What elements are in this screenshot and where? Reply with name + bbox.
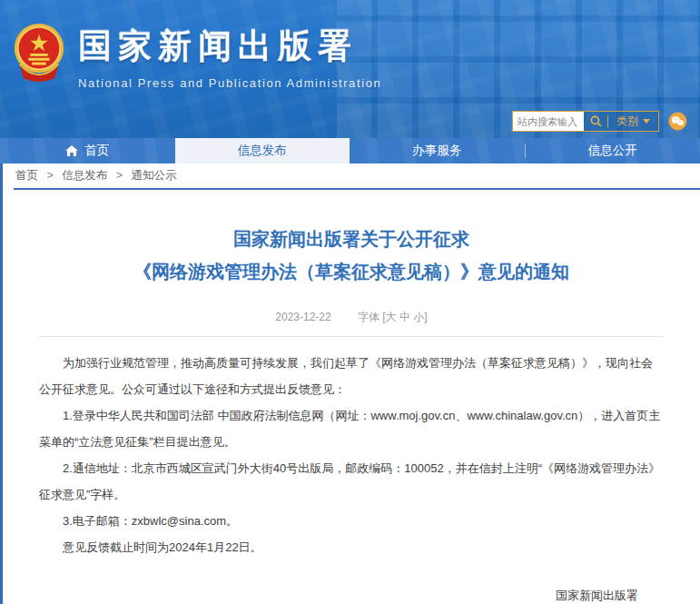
nav-item-label: 办事服务 xyxy=(412,143,461,159)
publish-date: 2023-12-22 xyxy=(275,311,330,323)
nav-item-label: 信息发布 xyxy=(238,143,287,159)
chevron-down-icon xyxy=(643,119,650,124)
search-widget: 类别 xyxy=(512,111,659,132)
breadcrumb-home[interactable]: 首页 xyxy=(15,169,38,182)
signature-block: 国家新闻出版署 2023年12月22日 xyxy=(39,582,664,604)
search-input[interactable] xyxy=(513,112,584,131)
paragraph: 3.电子邮箱：zxbwlc@sina.com。 xyxy=(39,508,664,534)
content-area: 首页 > 信息发布 > 通知公示 国家新闻出版署关于公开征求 《网络游戏管理办法… xyxy=(0,163,700,604)
site-header: 国家新闻出版署 National Press and Publication A… xyxy=(0,0,700,138)
nav-item-services[interactable]: 办事服务 xyxy=(350,138,525,163)
site-subtitle: National Press and Publication Administr… xyxy=(78,76,381,90)
paragraph: 1.登录中华人民共和国司法部 中国政府法制信息网（网址：www.moj.gov.… xyxy=(39,402,664,455)
wechat-icon[interactable] xyxy=(668,112,687,131)
breadcrumb-rule xyxy=(14,188,700,190)
search-button[interactable] xyxy=(584,112,607,131)
breadcrumb-separator: > xyxy=(46,169,53,182)
site-title: 国家新闻出版署 xyxy=(78,24,381,69)
breadcrumb-news[interactable]: 信息发布 xyxy=(62,169,107,182)
home-icon xyxy=(65,145,78,156)
article-title-line1: 国家新闻出版署关于公开征求 xyxy=(39,223,664,255)
article-body: 为加强行业规范管理，推动高质量可持续发展，我们起草了《网络游戏管理办法（草案征求… xyxy=(39,350,664,560)
paragraph: 意见反馈截止时间为2024年1月22日。 xyxy=(39,534,664,560)
nav-item-news[interactable]: 信息发布 xyxy=(175,138,350,163)
breadcrumb: 首页 > 信息发布 > 通知公示 xyxy=(3,163,700,188)
nav-item-label: 首页 xyxy=(84,143,109,159)
article-title-line2: 《网络游戏管理办法（草案征求意见稿）》意见的通知 xyxy=(39,255,664,288)
main-nav: 首页 信息发布 办事服务 信息公开 xyxy=(0,138,700,163)
signature-org: 国家新闻出版署 xyxy=(39,582,638,604)
paragraph: 2.通信地址：北京市西城区宣武门外大街40号出版局，邮政编码：100052，并在… xyxy=(39,455,664,508)
search-icon xyxy=(590,115,602,127)
article: 国家新闻出版署关于公开征求 《网络游戏管理办法（草案征求意见稿）》意见的通知 2… xyxy=(3,223,700,604)
article-meta: 2023-12-22 字体 [大 中 小] xyxy=(39,310,664,325)
nav-item-home[interactable]: 首页 xyxy=(0,138,175,163)
font-size-switcher[interactable]: 字体 [大 中 小] xyxy=(358,311,428,323)
paragraph: 为加强行业规范管理，推动高质量可持续发展，我们起草了《网络游戏管理办法（草案征求… xyxy=(39,350,664,402)
brand-block: 国家新闻出版署 National Press and Publication A… xyxy=(78,24,381,90)
nav-item-label: 信息公开 xyxy=(588,143,637,159)
meta-rule xyxy=(39,336,664,337)
national-emblem-logo xyxy=(11,22,67,82)
category-dropdown[interactable]: 类别 xyxy=(608,112,658,131)
category-label: 类别 xyxy=(616,114,638,129)
header-tools: 类别 xyxy=(512,111,687,132)
breadcrumb-separator: > xyxy=(116,169,123,182)
breadcrumb-notices[interactable]: 通知公示 xyxy=(132,169,177,182)
nav-item-disclosure[interactable]: 信息公开 xyxy=(526,138,700,163)
article-title: 国家新闻出版署关于公开征求 《网络游戏管理办法（草案征求意见稿）》意见的通知 xyxy=(39,223,664,288)
